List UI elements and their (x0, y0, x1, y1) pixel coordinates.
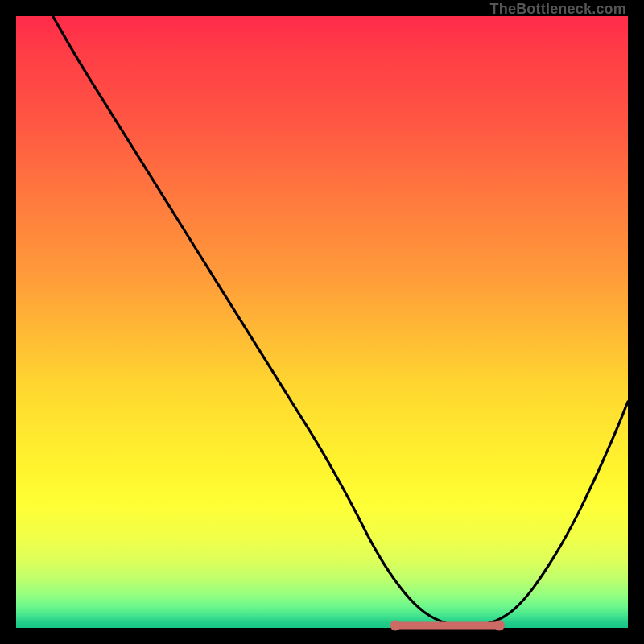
bottleneck-curve (53, 16, 628, 626)
valley-dot-right (494, 621, 505, 631)
bottleneck-curve-svg (16, 16, 628, 628)
valley-dot-left (390, 621, 401, 631)
attribution-text: TheBottleneck.com (490, 1, 626, 18)
chart-frame (16, 16, 628, 628)
